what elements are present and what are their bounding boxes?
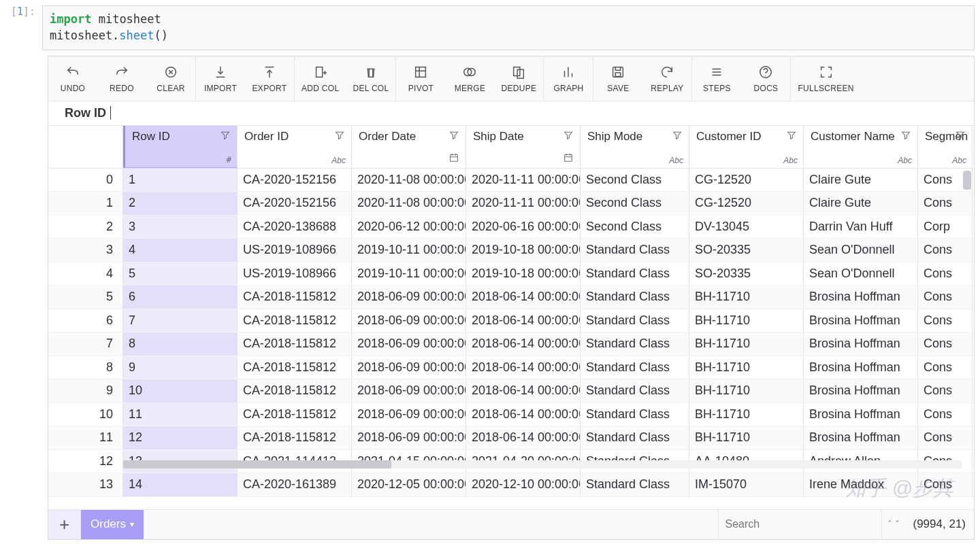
fullscreen-button[interactable]: FULLSCREEN bbox=[791, 56, 860, 101]
col-header-shipdate[interactable]: Ship Date bbox=[466, 126, 581, 168]
cell-shipmode[interactable]: Second Class bbox=[581, 216, 689, 239]
cell-customerid[interactable]: CG-12520 bbox=[689, 192, 804, 215]
cell-customername[interactable]: Brosina Hoffman bbox=[804, 403, 918, 426]
cell-shipdate[interactable]: 2018-06-14 00:00:00 bbox=[466, 356, 581, 379]
cell-orderid[interactable]: CA-2020-138688 bbox=[238, 216, 352, 239]
cell-rowid[interactable]: 14 bbox=[123, 473, 238, 496]
row-index[interactable]: 4 bbox=[48, 262, 123, 286]
row-index[interactable]: 12 bbox=[48, 450, 123, 473]
filter-icon[interactable] bbox=[785, 130, 798, 143]
filter-icon[interactable] bbox=[900, 130, 912, 143]
cell-shipdate[interactable]: 2020-11-11 00:00:00 bbox=[466, 169, 581, 192]
cell-orderdate[interactable]: 2018-06-09 00:00:00 bbox=[352, 309, 466, 332]
formula-bar[interactable]: Row ID bbox=[48, 101, 974, 126]
cell-orderdate[interactable]: 2020-12-05 00:00:00 bbox=[352, 473, 466, 496]
cell-orderdate[interactable]: 2018-06-09 00:00:00 bbox=[352, 379, 466, 403]
filter-icon[interactable] bbox=[219, 130, 231, 143]
delcol-button[interactable]: DEL COL bbox=[346, 56, 395, 101]
cell-orderid[interactable]: CA-2018-115812 bbox=[238, 426, 352, 449]
row-index[interactable]: 5 bbox=[48, 286, 123, 309]
cell-customerid[interactable]: SO-20335 bbox=[689, 262, 804, 286]
cell-customername[interactable]: Brosina Hoffman bbox=[804, 286, 918, 309]
cell-orderdate[interactable]: 2018-06-09 00:00:00 bbox=[352, 426, 466, 449]
index-header[interactable] bbox=[48, 126, 123, 168]
filter-icon[interactable] bbox=[671, 130, 683, 143]
cell-customername[interactable]: Sean O'Donnell bbox=[804, 262, 918, 286]
cell-shipmode[interactable]: Standard Class bbox=[581, 473, 689, 496]
col-header-orderid[interactable]: Order ID Abc bbox=[238, 126, 352, 168]
cell-customerid[interactable]: BH-11710 bbox=[689, 403, 804, 426]
docs-button[interactable]: DOCS bbox=[741, 56, 790, 101]
undo-button[interactable]: UNDO bbox=[48, 56, 97, 101]
row-index[interactable]: 1 bbox=[48, 192, 123, 215]
cell-shipmode[interactable]: Second Class bbox=[581, 169, 689, 192]
cell-customerid[interactable]: BH-11710 bbox=[689, 379, 804, 403]
cell-customername[interactable]: Brosina Hoffman bbox=[804, 379, 918, 403]
cell-rowid[interactable]: 5 bbox=[123, 262, 238, 286]
cell-rowid[interactable]: 9 bbox=[123, 356, 238, 379]
h-scrollbar[interactable] bbox=[123, 460, 962, 468]
search-prev-icon[interactable]: ˄ bbox=[887, 519, 892, 530]
export-button[interactable]: EXPORT bbox=[245, 56, 294, 101]
cell-shipdate[interactable]: 2018-06-14 00:00:00 bbox=[466, 426, 581, 449]
save-button[interactable]: SAVE bbox=[593, 56, 642, 101]
cell-customerid[interactable]: IM-15070 bbox=[689, 473, 804, 496]
cell-shipmode[interactable]: Standard Class bbox=[581, 426, 689, 449]
col-header-segment[interactable]: Segmen Abc bbox=[918, 126, 973, 168]
cell-customerid[interactable]: DV-13045 bbox=[689, 216, 804, 239]
code-cell[interactable]: import mitosheet mitosheet.sheet() bbox=[42, 5, 975, 50]
dedupe-button[interactable]: DEDUPE bbox=[494, 56, 543, 101]
cell-orderdate[interactable]: 2018-06-09 00:00:00 bbox=[352, 356, 466, 379]
col-header-customername[interactable]: Customer Name Abc bbox=[804, 126, 918, 168]
cell-shipdate[interactable]: 2019-10-18 00:00:00 bbox=[466, 262, 581, 286]
cell-shipmode[interactable]: Standard Class bbox=[581, 332, 689, 356]
pivot-button[interactable]: PIVOT bbox=[396, 56, 445, 101]
import-button[interactable]: IMPORT bbox=[196, 56, 245, 101]
cell-shipdate[interactable]: 2020-11-11 00:00:00 bbox=[466, 192, 581, 215]
cell-shipmode[interactable]: Standard Class bbox=[581, 262, 689, 286]
cell-shipdate[interactable]: 2018-06-14 00:00:00 bbox=[466, 286, 581, 309]
cell-orderid[interactable]: CA-2018-115812 bbox=[238, 379, 352, 403]
cell-shipdate[interactable]: 2020-12-10 00:00:00 bbox=[466, 473, 581, 496]
cell-customerid[interactable]: BH-11710 bbox=[689, 356, 804, 379]
cell-orderdate[interactable]: 2020-11-08 00:00:00 bbox=[352, 169, 466, 192]
cell-orderdate[interactable]: 2018-06-09 00:00:00 bbox=[352, 286, 466, 309]
col-header-shipmode[interactable]: Ship Mode Abc bbox=[581, 126, 689, 168]
row-index[interactable]: 2 bbox=[48, 216, 123, 239]
add-sheet-button[interactable]: + bbox=[48, 510, 81, 539]
cell-customerid[interactable]: BH-11710 bbox=[689, 332, 804, 356]
cell-orderid[interactable]: CA-2020-152156 bbox=[238, 192, 352, 215]
cell-shipmode[interactable]: Standard Class bbox=[581, 239, 689, 262]
cell-rowid[interactable]: 3 bbox=[123, 216, 238, 239]
cell-shipmode[interactable]: Standard Class bbox=[581, 286, 689, 309]
row-index[interactable]: 8 bbox=[48, 356, 123, 379]
search-input[interactable] bbox=[719, 510, 881, 539]
cell-customerid[interactable]: SO-20335 bbox=[689, 239, 804, 262]
filter-icon[interactable] bbox=[954, 130, 966, 143]
cell-customername[interactable]: Brosina Hoffman bbox=[804, 356, 918, 379]
cell-customerid[interactable]: BH-11710 bbox=[689, 286, 804, 309]
clear-button[interactable]: CLEAR bbox=[146, 56, 195, 101]
cell-customername[interactable]: Brosina Hoffman bbox=[804, 426, 918, 449]
cell-orderid[interactable]: CA-2018-115812 bbox=[238, 332, 352, 356]
cell-customerid[interactable]: BH-11710 bbox=[689, 426, 804, 449]
cell-rowid[interactable]: 1 bbox=[123, 169, 238, 192]
cell-orderdate[interactable]: 2018-06-09 00:00:00 bbox=[352, 403, 466, 426]
cell-shipdate[interactable]: 2020-06-16 00:00:00 bbox=[466, 216, 581, 239]
cell-orderid[interactable]: US-2019-108966 bbox=[238, 239, 352, 262]
cell-shipmode[interactable]: Standard Class bbox=[581, 403, 689, 426]
row-index[interactable]: 3 bbox=[48, 239, 123, 262]
cell-orderid[interactable]: CA-2018-115812 bbox=[238, 403, 352, 426]
col-header-orderdate[interactable]: Order Date bbox=[352, 126, 466, 168]
cell-shipmode[interactable]: Standard Class bbox=[581, 309, 689, 332]
cell-orderdate[interactable]: 2019-10-11 00:00:00 bbox=[352, 239, 466, 262]
row-index[interactable]: 7 bbox=[48, 332, 123, 356]
col-header-rowid[interactable]: Row ID # bbox=[123, 126, 238, 168]
cell-orderid[interactable]: CA-2018-115812 bbox=[238, 356, 352, 379]
cell-customername[interactable]: Claire Gute bbox=[804, 192, 918, 215]
row-index[interactable]: 9 bbox=[48, 379, 123, 403]
cell-rowid[interactable]: 4 bbox=[123, 239, 238, 262]
cell-customername[interactable]: Sean O'Donnell bbox=[804, 239, 918, 262]
cell-rowid[interactable]: 7 bbox=[123, 309, 238, 332]
replay-button[interactable]: REPLAY bbox=[642, 56, 691, 101]
